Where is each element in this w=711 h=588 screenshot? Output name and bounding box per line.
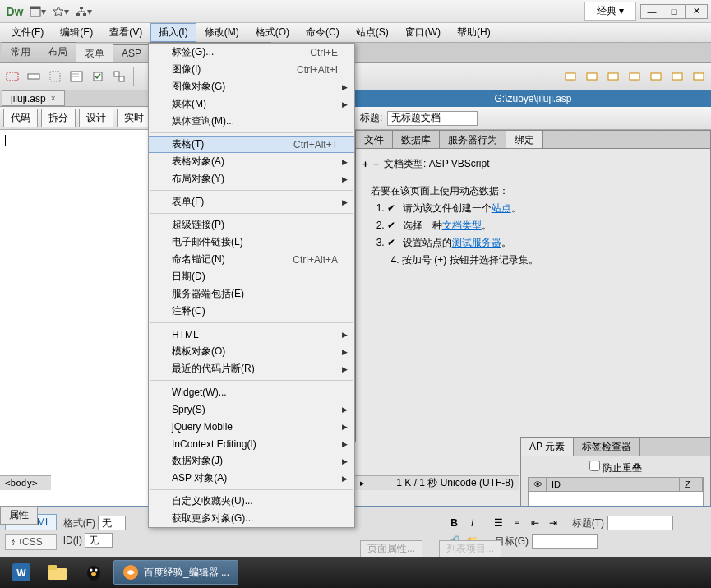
hidden-field-icon[interactable]: [46, 67, 64, 86]
view-mode-button[interactable]: 实时: [117, 109, 151, 127]
ap-panel-tab[interactable]: AP 元素: [521, 438, 574, 456]
dropdown-item[interactable]: 日期(D): [149, 268, 354, 285]
dropdown-item[interactable]: 获取更多对象(G)...: [149, 510, 354, 527]
dropdown-item[interactable]: 最近的代码片断(R)▶: [149, 360, 354, 377]
minus-icon[interactable]: −: [373, 159, 379, 170]
menu-item[interactable]: 窗口(W): [397, 23, 449, 42]
format-select[interactable]: 无: [98, 516, 126, 530]
image-field-icon[interactable]: [647, 67, 665, 86]
menu-item[interactable]: 帮助(H): [449, 23, 499, 42]
panel-tab[interactable]: 文件: [356, 131, 393, 148]
dropdown-item[interactable]: ASP 对象(A)▶: [149, 470, 354, 487]
title-attr-input[interactable]: [607, 516, 673, 530]
dropdown-item[interactable]: 表格(T)Ctrl+Alt+T: [149, 136, 354, 153]
textarea-icon[interactable]: [67, 67, 85, 86]
checkbox-group-icon[interactable]: [110, 67, 128, 86]
prevent-overlap-checkbox[interactable]: [589, 461, 600, 471]
target-input[interactable]: [532, 534, 598, 549]
css-mode-button[interactable]: 🏷 CSS: [5, 534, 57, 550]
dropdown-item[interactable]: 标签(G)...Ctrl+E: [149, 44, 354, 61]
ap-panel-tab[interactable]: 标签检查器: [574, 438, 640, 456]
menu-item[interactable]: 修改(M): [196, 23, 247, 42]
panel-tab[interactable]: 数据库: [393, 131, 440, 148]
radio-group-icon[interactable]: [583, 67, 601, 86]
maximize-button[interactable]: □: [663, 4, 686, 19]
bold-icon[interactable]: B: [447, 516, 462, 530]
eye-icon[interactable]: 👁: [529, 478, 547, 491]
dropdown-item[interactable]: 媒体查询(M)...: [149, 113, 354, 130]
dropdown-item[interactable]: 电子邮件链接(L): [149, 234, 354, 251]
view-mode-button[interactable]: 拆分: [41, 109, 76, 127]
dropdown-item[interactable]: 媒体(M)▶: [149, 95, 354, 113]
dropdown-item[interactable]: Widget(W)...: [149, 383, 354, 400]
radio-icon[interactable]: [561, 67, 579, 86]
insert-tab[interactable]: 表单: [76, 44, 113, 62]
menu-item[interactable]: 格式(O): [247, 23, 298, 42]
dropdown-item[interactable]: 表格对象(A)▶: [149, 153, 354, 170]
checkbox-icon[interactable]: [89, 67, 107, 86]
menu-item[interactable]: 站点(S): [348, 23, 397, 42]
taskbar-running-app[interactable]: 百度经验_编辑器 ...: [113, 560, 238, 585]
document-status-tag[interactable]: <body>: [0, 475, 51, 490]
ap-z-column[interactable]: Z: [680, 478, 703, 491]
dropdown-item[interactable]: 注释(C): [149, 303, 354, 320]
dropdown-item[interactable]: 布局对象(Y)▶: [149, 170, 354, 188]
qq-icon[interactable]: [77, 559, 110, 586]
menu-item[interactable]: 查看(V): [101, 23, 150, 42]
properties-panel-tab[interactable]: 属性: [0, 506, 38, 525]
dropdown-item[interactable]: HTML▶: [149, 326, 354, 343]
menu-item[interactable]: 文件(F): [3, 23, 52, 42]
outdent-icon[interactable]: ⇤: [528, 516, 542, 530]
extension-icon[interactable]: ▾: [51, 2, 71, 21]
button-icon[interactable]: [690, 67, 708, 86]
page-properties-button[interactable]: 页面属性...: [360, 540, 422, 558]
sitemap-icon[interactable]: ▾: [74, 2, 94, 21]
dropdown-item[interactable]: Spry(S)▶: [149, 400, 354, 418]
dropdown-item[interactable]: jQuery Mobile▶: [149, 418, 354, 435]
panel-tab[interactable]: 绑定: [506, 131, 543, 148]
minimize-button[interactable]: —: [640, 4, 663, 19]
jump-menu-icon[interactable]: [626, 67, 644, 86]
dropdown-item[interactable]: 表单(F)▶: [149, 193, 354, 211]
menu-item[interactable]: 编辑(E): [52, 23, 101, 42]
file-field-icon[interactable]: [668, 67, 686, 86]
close-button[interactable]: ✕: [685, 4, 708, 19]
form-icon[interactable]: [3, 67, 21, 86]
textfield-icon[interactable]: [25, 67, 43, 86]
ol-icon[interactable]: ≡: [510, 516, 524, 530]
layout-icon[interactable]: ▾: [28, 2, 48, 21]
ul-icon[interactable]: ☰: [492, 516, 506, 530]
ap-id-column[interactable]: ID: [547, 478, 680, 491]
explorer-icon[interactable]: [41, 559, 74, 586]
dropdown-item[interactable]: 模板对象(O)▶: [149, 343, 354, 360]
file-tab[interactable]: jiluji.asp ×: [2, 90, 65, 106]
insert-tab[interactable]: 布局: [39, 42, 76, 62]
title-input[interactable]: [387, 111, 478, 126]
plus-icon[interactable]: +: [362, 159, 368, 170]
insert-tab[interactable]: ASP: [113, 44, 150, 62]
italic-icon[interactable]: I: [465, 516, 480, 530]
wps-icon[interactable]: W: [5, 559, 38, 586]
menu-item[interactable]: 命令(C): [298, 23, 348, 42]
dropdown-item[interactable]: 超级链接(P): [149, 216, 354, 234]
insert-tab[interactable]: 常用: [2, 42, 39, 62]
list-menu-icon[interactable]: [604, 67, 622, 86]
menu-item[interactable]: 插入(I): [150, 23, 196, 42]
view-mode-button[interactable]: 设计: [79, 109, 113, 127]
workspace-dropdown[interactable]: 经典 ▾: [584, 2, 636, 21]
file-tab-close-icon[interactable]: ×: [51, 94, 56, 103]
dropdown-item[interactable]: 图像对象(G)▶: [149, 78, 354, 95]
dropdown-item[interactable]: 自定义收藏夹(U)...: [149, 493, 354, 510]
indent-icon[interactable]: ⇥: [546, 516, 561, 530]
dropdown-item[interactable]: InContext Editing(I)▶: [149, 435, 354, 452]
dropdown-item[interactable]: 图像(I)Ctrl+Alt+I: [149, 61, 354, 78]
panel-tab[interactable]: 服务器行为: [440, 131, 506, 148]
id-select[interactable]: 无: [85, 533, 113, 548]
testserver-link[interactable]: 测试服务器: [452, 237, 501, 248]
site-link[interactable]: 站点: [492, 202, 511, 214]
dropdown-item[interactable]: 服务器端包括(E): [149, 285, 354, 303]
list-item-button[interactable]: 列表项目...: [439, 540, 501, 558]
view-mode-button[interactable]: 代码: [3, 109, 38, 127]
dropdown-item[interactable]: 数据对象(J)▶: [149, 452, 354, 470]
dropdown-item[interactable]: 命名锚记(N)Ctrl+Alt+A: [149, 251, 354, 268]
